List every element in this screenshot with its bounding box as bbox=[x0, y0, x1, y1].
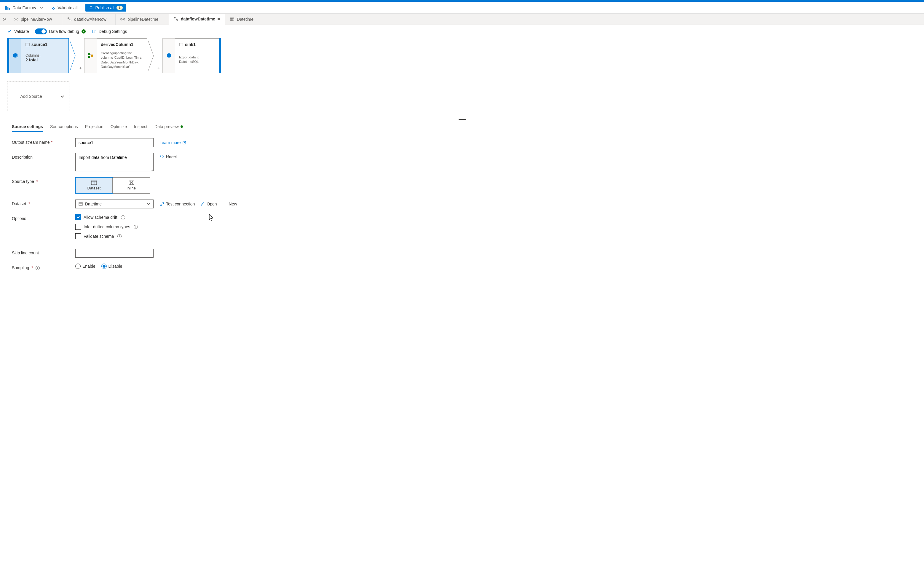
info-icon[interactable]: i bbox=[121, 215, 125, 219]
tab-dataset-datetime[interactable]: Datetime bbox=[225, 14, 278, 25]
node-sink1[interactable]: sink1 Export data to DatetimeSQL bbox=[162, 38, 221, 73]
source-settings-form: Output stream name* Learn more Descripti… bbox=[0, 132, 924, 288]
connectivity-icon bbox=[159, 201, 164, 206]
dataset-value: Datetime bbox=[85, 201, 102, 206]
inline-icon bbox=[129, 180, 134, 185]
source-type-inline-button[interactable]: Inline bbox=[112, 178, 150, 193]
dataset-icon bbox=[26, 43, 29, 47]
validate-button[interactable]: Validate bbox=[7, 28, 29, 34]
svg-rect-8 bbox=[124, 18, 125, 20]
dataflow-canvas[interactable]: source1 Columns: 2 total + derivedC bbox=[0, 38, 924, 118]
tab-label: Optimize bbox=[111, 124, 127, 129]
validate-schema-checkbox[interactable] bbox=[75, 233, 81, 239]
node-derived-column1[interactable]: derivedColumn1 Creating/updating the col… bbox=[84, 38, 155, 73]
publish-all-button[interactable]: Publish all 1 bbox=[85, 4, 126, 11]
svg-rect-11 bbox=[231, 18, 234, 21]
tab-source-options[interactable]: Source options bbox=[50, 121, 78, 132]
mouse-cursor-icon bbox=[209, 214, 214, 222]
new-dataset-button[interactable]: New bbox=[223, 201, 237, 206]
app-name: Data Factory bbox=[13, 5, 36, 10]
node-title-text: sink1 bbox=[185, 42, 196, 47]
tab-label: Source options bbox=[50, 124, 78, 129]
validate-label: Validate bbox=[14, 29, 29, 34]
sampling-enable-radio[interactable]: Enable bbox=[75, 263, 95, 269]
open-dataset-button[interactable]: Open bbox=[201, 201, 217, 206]
dataset-label: Dataset * bbox=[12, 200, 75, 206]
tab-label: dataflowDatetime bbox=[181, 16, 215, 21]
source-type-group: Dataset Inline bbox=[75, 177, 150, 194]
reset-button[interactable]: Reset bbox=[159, 154, 177, 159]
app-switcher[interactable]: Data Factory bbox=[5, 5, 43, 10]
allow-schema-drift-checkbox[interactable] bbox=[75, 214, 81, 220]
description-label: Description bbox=[12, 153, 75, 160]
tab-inspect[interactable]: Inspect bbox=[134, 121, 147, 132]
pipeline-icon bbox=[14, 17, 18, 22]
validate-all-button[interactable]: Validate all bbox=[49, 4, 80, 11]
debug-toggle[interactable] bbox=[35, 28, 47, 34]
dataset-icon bbox=[230, 17, 234, 22]
node-description: Export data to DatetimeSQL bbox=[179, 55, 215, 64]
add-step-after-source-button[interactable]: + bbox=[77, 38, 84, 73]
svg-rect-23 bbox=[79, 203, 82, 206]
checkmark-icon bbox=[76, 215, 80, 219]
tab-dataflow-alterrow[interactable]: dataflowAlterRow bbox=[62, 14, 116, 25]
tab-strip: pipelineAlterRow dataflowAlterRow pipeli… bbox=[0, 14, 924, 25]
upload-icon bbox=[89, 6, 93, 10]
reset-label: Reset bbox=[166, 154, 177, 159]
publish-count-badge: 1 bbox=[116, 6, 123, 10]
debug-settings-icon bbox=[92, 29, 96, 34]
tab-pipeline-alterrow[interactable]: pipelineAlterRow bbox=[9, 14, 62, 25]
description-input[interactable] bbox=[75, 153, 154, 171]
tab-pipeline-datetime[interactable]: pipelineDatetime bbox=[116, 14, 169, 25]
settings-tab-strip: Source settings Source options Projectio… bbox=[0, 121, 924, 132]
learn-more-link[interactable]: Learn more bbox=[159, 140, 186, 145]
chevron-down-icon bbox=[147, 202, 150, 206]
arrow-tip-icon bbox=[147, 38, 155, 73]
svg-rect-7 bbox=[121, 18, 122, 20]
infer-drifted-checkbox[interactable] bbox=[75, 224, 81, 230]
skip-line-label: Skip line count bbox=[12, 249, 75, 255]
info-icon[interactable]: i bbox=[134, 225, 138, 229]
tab-label: Inspect bbox=[134, 124, 147, 129]
add-step-after-derived-button[interactable]: + bbox=[155, 38, 162, 73]
skip-line-input[interactable] bbox=[75, 249, 154, 258]
test-connection-label: Test connection bbox=[166, 201, 195, 206]
svg-rect-15 bbox=[88, 53, 90, 55]
sampling-disable-radio[interactable]: Disable bbox=[101, 263, 123, 269]
info-icon[interactable]: i bbox=[118, 234, 121, 238]
expand-tabs-button[interactable] bbox=[0, 17, 9, 21]
add-source-button[interactable]: Add Source bbox=[7, 82, 69, 111]
svg-rect-16 bbox=[88, 56, 90, 58]
add-source-dropdown[interactable] bbox=[55, 82, 69, 111]
tab-label: pipelineAlterRow bbox=[21, 17, 52, 22]
dataflow-action-bar: Validate Data flow debug Debug Settings bbox=[0, 25, 924, 38]
tab-optimize[interactable]: Optimize bbox=[111, 121, 127, 132]
radio-label: Disable bbox=[108, 264, 123, 268]
tab-projection[interactable]: Projection bbox=[85, 121, 103, 132]
plus-icon bbox=[223, 202, 227, 206]
dataset-select[interactable]: Datetime bbox=[75, 200, 154, 208]
edit-icon bbox=[201, 202, 205, 206]
pipeline-icon bbox=[120, 17, 125, 22]
tab-label: Datetime bbox=[237, 17, 253, 22]
debug-status-icon bbox=[82, 29, 86, 33]
svg-rect-14 bbox=[26, 43, 29, 46]
tab-source-settings[interactable]: Source settings bbox=[12, 121, 43, 132]
output-stream-input[interactable] bbox=[75, 138, 154, 147]
tab-dataflow-datetime[interactable]: dataflowDatetime bbox=[169, 14, 225, 25]
header-toolbar: Data Factory Validate all Publish all 1 bbox=[0, 2, 924, 14]
test-connection-button[interactable]: Test connection bbox=[159, 201, 195, 206]
node-source1[interactable]: source1 Columns: 2 total bbox=[7, 38, 77, 73]
debug-label: Data flow debug bbox=[49, 29, 79, 34]
source-type-dataset-button[interactable]: Dataset bbox=[75, 177, 113, 194]
panel-resize-handle[interactable] bbox=[0, 118, 924, 121]
table-icon bbox=[91, 180, 96, 185]
info-icon[interactable]: i bbox=[36, 266, 40, 270]
tab-data-preview[interactable]: Data preview bbox=[154, 121, 183, 132]
infer-drifted-label: Infer drifted column types bbox=[83, 224, 130, 229]
svg-rect-4 bbox=[17, 18, 18, 20]
columns-value: 2 total bbox=[26, 57, 64, 62]
debug-settings-button[interactable]: Debug Settings bbox=[92, 28, 127, 34]
database-source-icon bbox=[12, 52, 19, 59]
learn-more-label: Learn more bbox=[159, 140, 181, 145]
